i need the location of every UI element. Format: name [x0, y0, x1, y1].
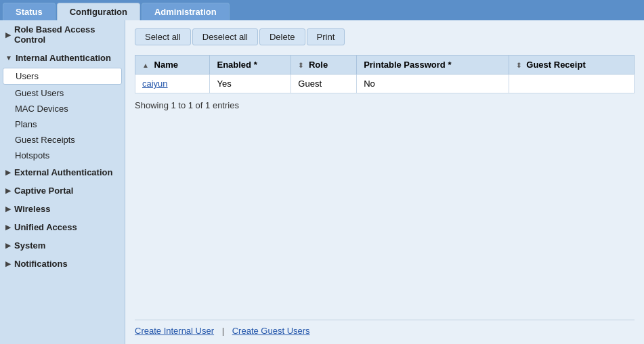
cell-enabled: Yes	[210, 74, 291, 93]
name-sort-icon: ▲	[142, 62, 149, 69]
sidebar-section-unified-access[interactable]: Unified Access	[0, 218, 125, 236]
sidebar-section-external-auth[interactable]: External Authentication	[0, 163, 125, 181]
sidebar-section-system-label: System	[14, 240, 45, 251]
sidebar-item-guest-users[interactable]: Guest Users	[0, 85, 125, 101]
select-all-button[interactable]: Select all	[135, 28, 191, 45]
tab-status[interactable]: Status	[3, 3, 56, 20]
delete-button[interactable]: Delete	[259, 28, 305, 45]
cell-role: Guest	[291, 74, 357, 93]
sidebar-section-rbac[interactable]: Role Based Access Control	[0, 20, 125, 49]
sidebar-section-internal-auth-label: Internal Authentication	[16, 53, 111, 63]
sidebar-item-plans[interactable]: Plans	[0, 116, 125, 132]
users-table: ▲ Name Enabled * ⇕ Role Printable Passwo…	[135, 55, 635, 93]
tab-configuration[interactable]: Configuration	[57, 3, 140, 20]
sidebar-section-rbac-label: Role Based Access Control	[14, 24, 119, 45]
tab-administration[interactable]: Administration	[142, 3, 230, 20]
print-button[interactable]: Print	[307, 28, 345, 45]
table-row: caiyun Yes Guest No	[135, 74, 635, 93]
external-auth-arrow-icon	[5, 169, 11, 176]
captive-portal-arrow-icon	[5, 187, 11, 194]
internal-auth-arrow-icon	[5, 54, 12, 62]
col-printable-password: Printable Password *	[357, 56, 509, 74]
toolbar: Select all Deselect all Delete Print	[135, 28, 635, 45]
main-layout: Role Based Access Control Internal Authe…	[0, 20, 644, 344]
cell-printable-password: No	[357, 74, 509, 93]
sidebar-item-hotspots[interactable]: Hotspots	[0, 148, 125, 163]
footer-links: Create Internal User | Create Guest User…	[135, 320, 635, 336]
sidebar-item-guest-receipts[interactable]: Guest Receipts	[0, 132, 125, 148]
notifications-arrow-icon	[5, 260, 11, 267]
sidebar-section-wireless-label: Wireless	[14, 204, 50, 214]
role-sort-icon: ⇕	[298, 62, 303, 69]
unified-access-arrow-icon	[5, 223, 11, 231]
user-name-link[interactable]: caiyun	[142, 79, 168, 89]
sidebar-section-internal-auth[interactable]: Internal Authentication	[0, 49, 125, 67]
sidebar-item-users[interactable]: Users	[3, 68, 122, 85]
content-area: Select all Deselect all Delete Print ▲ N…	[125, 20, 644, 344]
sidebar-section-captive-portal[interactable]: Captive Portal	[0, 181, 125, 200]
sidebar-section-system[interactable]: System	[0, 236, 125, 255]
create-internal-user-link[interactable]: Create Internal User	[135, 326, 214, 336]
sidebar-item-mac-devices[interactable]: MAC Devices	[0, 101, 125, 116]
footer-separator: |	[222, 326, 224, 336]
rbac-arrow-icon	[5, 31, 11, 39]
col-name[interactable]: ▲ Name	[135, 56, 210, 74]
sidebar-section-notifications-label: Notifications	[14, 259, 68, 269]
sidebar-section-external-auth-label: External Authentication	[14, 167, 112, 177]
system-arrow-icon	[5, 242, 11, 249]
sidebar-section-unified-access-label: Unified Access	[14, 222, 77, 232]
showing-text: Showing 1 to 1 of 1 entries	[135, 100, 635, 110]
top-tab-bar: Status Configuration Administration	[0, 0, 644, 20]
wireless-arrow-icon	[5, 205, 11, 213]
guest-receipt-sort-icon: ⇕	[516, 62, 521, 69]
col-enabled: Enabled *	[210, 56, 291, 74]
create-guest-users-link[interactable]: Create Guest Users	[232, 326, 310, 336]
sidebar-section-wireless[interactable]: Wireless	[0, 200, 125, 218]
deselect-all-button[interactable]: Deselect all	[192, 28, 258, 45]
sidebar: Role Based Access Control Internal Authe…	[0, 20, 125, 344]
col-role[interactable]: ⇕ Role	[291, 56, 357, 74]
col-guest-receipt[interactable]: ⇕ Guest Receipt	[509, 56, 634, 74]
sidebar-section-notifications[interactable]: Notifications	[0, 255, 125, 273]
sidebar-section-captive-portal-label: Captive Portal	[14, 186, 73, 196]
cell-name: caiyun	[135, 74, 210, 93]
cell-guest-receipt	[509, 74, 634, 93]
